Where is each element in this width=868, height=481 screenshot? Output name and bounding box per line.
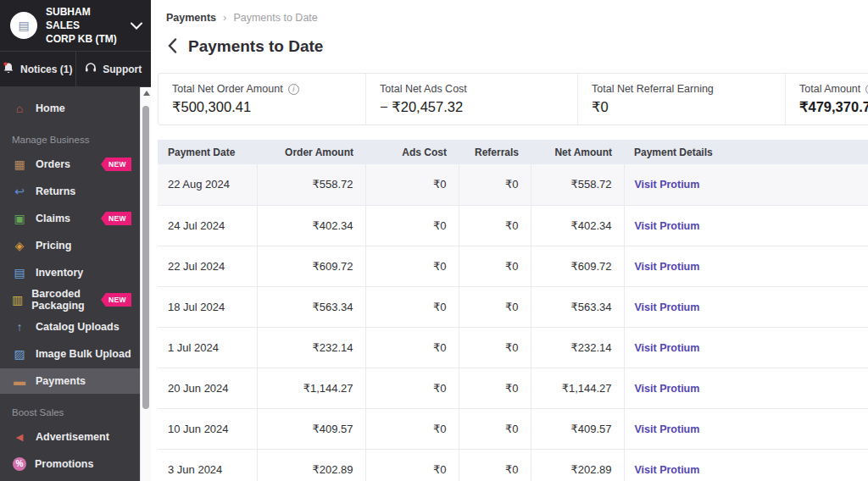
sidebar-item-promotions[interactable]: % Promotions [0,451,140,477]
sidebar-item-label: Claims [36,213,70,224]
account-name: SUBHAM SALES CORP KB (TM) [46,5,122,47]
percent-icon: % [13,457,26,471]
back-button[interactable] [168,38,177,56]
notices-button[interactable]: Notices (1) [0,52,76,86]
notices-label: Notices (1) [20,64,72,75]
visit-protium-link[interactable]: Visit Protium [635,383,700,395]
table-row: 22 Aug 2024 ₹558.72 ₹0 ₹0 ₹558.72 Visit … [158,164,868,205]
summary-card-order-amount: Total Net Order Amount ₹500,300.41 [159,74,366,124]
sidebar-item-inventory[interactable]: ▤ Inventory [0,260,140,285]
new-badge: NEW [101,212,131,225]
sidebar-nav: ⌂ Home Manage Business ▦ Orders NEW ↩ Re… [0,87,151,481]
payment-date-cell: 1 Jul 2024 [158,327,257,368]
breadcrumb-payments-to-date: Payments to Date [233,12,317,24]
summary-card-ads-cost: Total Net Ads Cost − ₹20,457.32 [366,74,578,124]
payment-date-cell: 20 Jun 2024 [158,368,257,408]
sidebar-item-home[interactable]: ⌂ Home [0,96,140,121]
visit-protium-link[interactable]: Visit Protium [635,179,700,191]
ads-cost-cell: ₹0 [365,368,459,408]
sidebar-item-pricing[interactable]: ◈ Pricing [0,233,140,258]
order-amount-cell: ₹232.14 [257,327,365,368]
bell-icon [3,62,14,77]
back-chevron-icon [168,38,177,56]
visit-protium-link[interactable]: Visit Protium [635,261,700,273]
col-referrals: Referrals [459,140,531,164]
table-header-row: Payment Date Order Amount Ads Cost Refer… [158,140,868,164]
visit-protium-link[interactable]: Visit Protium [635,301,700,313]
support-label: Support [103,64,142,75]
sidebar-item-image-bulk-upload[interactable]: ▨ Image Bulk Upload [0,341,140,367]
sidebar-item-claims[interactable]: ▣ Claims NEW [0,206,140,231]
net-amount-cell: ₹402.34 [531,205,624,246]
scroll-up-icon[interactable] [143,91,150,96]
net-amount-cell: ₹409.57 [531,408,624,449]
summary-value: ₹0 [592,99,771,115]
sidebar-item-label: Returns [36,185,75,197]
breadcrumb: Payments › Payments to Date [151,0,868,24]
sidebar-item-label: Catalog Uploads [36,321,120,333]
sidebar-item-catalog-uploads[interactable]: ↑ Catalog Uploads [0,314,140,340]
net-amount-cell: ₹202.89 [531,449,624,481]
visit-protium-link[interactable]: Visit Protium [635,342,700,354]
col-order-amount: Order Amount [257,140,365,164]
info-icon[interactable] [288,84,299,95]
table-row: 3 Jun 2024 ₹202.89 ₹0 ₹0 ₹202.89 Visit P… [158,449,868,481]
main-content: Payments › Payments to Date Payments to … [151,0,868,481]
summary-label: Total Net Ads Cost [380,83,467,95]
sidebar-actions: Notices (1) Support [0,51,151,87]
new-badge: NEW [101,158,131,171]
order-amount-cell: ₹558.72 [257,164,365,205]
referrals-cell: ₹0 [459,408,531,449]
ads-cost-cell: ₹0 [365,286,459,327]
home-icon: ⌂ [12,102,27,114]
payment-date-cell: 22 Aug 2024 [158,164,257,205]
visit-protium-link[interactable]: Visit Protium [635,464,700,476]
section-boost-sales: Boost Sales [0,395,140,424]
claims-icon: ▣ [12,213,27,224]
sidebar-item-barcoded-packaging[interactable]: ▥ Barcoded Packaging NEW [0,287,140,312]
orders-icon: ▦ [12,158,27,170]
order-amount-cell: ₹1,144.27 [257,368,365,408]
sidebar-item-payments[interactable]: ▬ Payments [0,368,140,394]
summary-card-total-amount: Total Amount ₹479,370.74 [786,74,868,124]
visit-protium-link[interactable]: Visit Protium [635,423,700,435]
payment-date-cell: 22 Jul 2024 [158,246,257,286]
sidebar-item-label: Inventory [36,267,83,279]
support-button[interactable]: Support [76,52,152,86]
referrals-cell: ₹0 [459,246,531,286]
sidebar: ▤ SUBHAM SALES CORP KB (TM) Notices (1) … [0,0,151,481]
pricing-icon: ◈ [12,240,27,252]
section-manage-business: Manage Business [0,123,140,152]
app-window: ▤ SUBHAM SALES CORP KB (TM) Notices (1) … [0,0,868,481]
returns-icon: ↩ [12,185,27,197]
sidebar-item-advertisement[interactable]: ◄ Advertisement [0,424,140,450]
col-net-amount: Net Amount [531,140,624,164]
page-title: Payments to Date [188,37,323,56]
sidebar-item-label: Home [36,102,65,114]
visit-protium-link[interactable]: Visit Protium [635,220,700,232]
referrals-cell: ₹0 [459,449,531,481]
sidebar-scrollbar[interactable] [140,87,151,481]
table-row: 20 Jun 2024 ₹1,144.27 ₹0 ₹0 ₹1,144.27 Vi… [158,368,868,408]
sidebar-item-label: Promotions [35,458,93,470]
order-amount-cell: ₹202.89 [257,449,365,481]
payment-date-cell: 18 Jul 2024 [158,286,257,327]
net-amount-cell: ₹558.72 [531,164,624,205]
new-badge: NEW [101,293,131,307]
summary-label: Total Net Referral Earning [592,83,714,95]
sidebar-item-returns[interactable]: ↩ Returns [0,179,140,204]
breadcrumb-payments[interactable]: Payments [166,12,216,24]
sidebar-item-orders[interactable]: ▦ Orders NEW [0,152,140,177]
megaphone-icon: ◄ [12,431,27,443]
net-amount-cell: ₹232.14 [531,327,624,368]
scrollbar-thumb[interactable] [142,106,149,409]
summary-strip: Total Net Order Amount ₹500,300.41 Total… [158,73,868,125]
col-ads-cost: Ads Cost [365,140,459,164]
breadcrumb-separator-icon: › [223,11,226,24]
ads-cost-cell: ₹0 [365,205,459,246]
net-amount-cell: ₹609.72 [531,246,624,286]
sidebar-item-label: Payments [36,375,86,387]
table-row: 22 Jul 2024 ₹609.72 ₹0 ₹0 ₹609.72 Visit … [158,246,868,286]
referrals-cell: ₹0 [459,205,531,246]
account-switcher[interactable]: ▤ SUBHAM SALES CORP KB (TM) [0,0,151,51]
